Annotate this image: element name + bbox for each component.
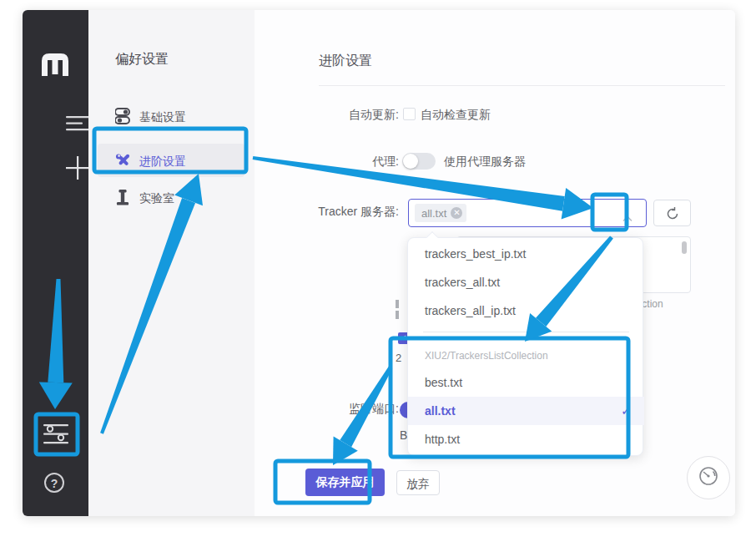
hidden-number-fragment: 2: [396, 352, 401, 364]
proxy-label: 代理:: [298, 155, 399, 170]
toggle-knob: [403, 154, 418, 169]
gauge-icon: [696, 464, 721, 492]
app-sidebar: ?: [23, 10, 88, 516]
title-divider: [319, 85, 725, 86]
prefs-title: 偏好设置: [115, 51, 169, 68]
lab-stamp-icon: [116, 190, 129, 209]
nav-item-basic-settings[interactable]: 基础设置: [88, 100, 255, 134]
proxy-toggle[interactable]: [402, 153, 436, 170]
dropdown-option[interactable]: trackers_best_ip.txt: [408, 240, 644, 268]
nav-item-advanced-settings[interactable]: 进阶设置: [98, 144, 244, 177]
nav-item-label: 基础设置: [139, 110, 186, 125]
advanced-settings-pane: 进阶设置 自动更新: 自动检查更新 代理: 使用代理服务器 Tracker 服务…: [255, 10, 735, 516]
proxy-option-label: 使用代理服务器: [444, 155, 526, 170]
check-icon: ✓: [621, 397, 631, 425]
sync-trackers-button[interactable]: [653, 200, 691, 226]
tracker-dropdown: trackers_best_ip.txt trackers_all.txt tr…: [407, 237, 643, 456]
dropdown-option[interactable]: http.txt: [408, 425, 644, 453]
listen-port-label: 监听端口:: [298, 402, 399, 417]
chevron-up-icon[interactable]: [622, 210, 633, 225]
app-window: ? 偏好设置 基础设置: [23, 10, 735, 516]
save-apply-button[interactable]: 保存并应用: [305, 469, 385, 496]
clipped-text-fragment: [396, 300, 399, 308]
help-icon[interactable]: ?: [44, 473, 64, 493]
preferences-sliders-icon[interactable]: [43, 421, 68, 451]
sync-icon: [665, 206, 680, 225]
auto-update-checkbox[interactable]: [403, 108, 416, 120]
dropdown-option-selected[interactable]: all.txt ✓: [408, 397, 644, 425]
nav-item-label: 进阶设置: [139, 155, 186, 170]
dropdown-option[interactable]: trackers_all.txt: [408, 268, 644, 296]
speed-gauge-button[interactable]: [687, 456, 730, 499]
discard-button[interactable]: 放弃: [396, 470, 440, 495]
auto-update-label: 自动更新:: [298, 108, 399, 123]
tracker-select[interactable]: all.txt ✕: [408, 199, 647, 227]
page-title: 进阶设置: [319, 53, 372, 70]
prefs-panel: 偏好设置 基础设置: [88, 10, 255, 516]
nav-item-label: 实验室: [139, 191, 174, 206]
wrench-screwdriver-icon: [115, 153, 130, 171]
nav-item-lab[interactable]: 实验室: [88, 181, 255, 215]
add-task-icon[interactable]: [66, 156, 89, 183]
dropdown-option[interactable]: trackers_all_ip.txt: [408, 296, 644, 325]
dropdown-option[interactable]: best.txt: [408, 368, 644, 397]
clipped-text-fragment: [396, 311, 399, 319]
tracker-tag-label: all.txt: [421, 207, 446, 220]
textarea-scroll-thumb[interactable]: [682, 241, 687, 254]
motrix-logo-icon: [41, 49, 69, 80]
tracker-tag: all.txt ✕: [415, 204, 466, 222]
tag-remove-icon[interactable]: ✕: [451, 207, 462, 219]
task-list-icon[interactable]: [66, 115, 89, 135]
dropdown-divider: [423, 332, 629, 332]
tracker-label: Tracker 服务器:: [298, 205, 399, 220]
auto-update-option-label: 自动检查更新: [421, 108, 491, 123]
dropdown-option-label: all.txt: [425, 404, 456, 418]
toggles-icon: [115, 108, 130, 128]
dropdown-group-label: XIU2/TrackersListCollection: [408, 347, 644, 365]
